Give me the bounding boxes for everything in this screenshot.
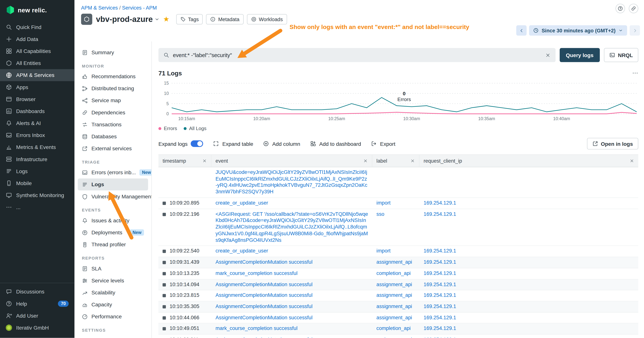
row-checkbox[interactable]	[162, 261, 166, 264]
row-checkbox[interactable]	[162, 202, 166, 205]
log-label-link[interactable]: sso	[376, 211, 384, 217]
log-label-link[interactable]: assignment_api	[376, 314, 412, 320]
export-button[interactable]: Export	[371, 141, 396, 147]
time-range-picker[interactable]: Since 30 minutes ago (GMT+2)	[529, 25, 627, 36]
subnav-item-capacity[interactable]: Capacity	[78, 298, 148, 310]
log-ip-link[interactable]: 169.254.129.1	[424, 281, 456, 287]
clear-query-icon[interactable]	[545, 52, 550, 58]
logs-timeline-chart[interactable]: 05101510:15am10:20am10:25am10:30am10:35a…	[158, 81, 638, 123]
log-event-link[interactable]: AssignmentCompletionMutation successful	[216, 314, 313, 320]
log-event-link[interactable]: mark_course_completion successful	[216, 326, 298, 331]
subnav-item-summary[interactable]: Summary	[78, 47, 148, 58]
log-event-link[interactable]: AssignmentCompletionMutation successful	[216, 292, 313, 298]
log-query-bar[interactable]	[158, 48, 555, 62]
sidebar-item-add-user[interactable]: Add User	[0, 310, 74, 322]
log-label-link[interactable]: completion_api	[376, 270, 411, 276]
log-label-link[interactable]: assignment_api	[376, 281, 412, 287]
subnav-item-scalability[interactable]: Scalability	[78, 286, 148, 298]
copy-permalink-button[interactable]	[629, 4, 638, 13]
log-row[interactable]: 10:09:20.895create_or_update_userimport1…	[158, 198, 638, 209]
sidebar-item-metrics-events[interactable]: Metrics & Events	[0, 141, 74, 153]
sidebar-item-help[interactable]: Help70	[0, 298, 74, 310]
log-row[interactable]: 10:09:22.540create_or_update_userimport1…	[158, 246, 638, 257]
log-label-link[interactable]: assignment_api	[376, 303, 412, 309]
remove-column-label-icon[interactable]	[410, 159, 415, 163]
sidebar-item-more[interactable]: ...	[0, 201, 74, 213]
log-row[interactable]: 10:10:35.305AssignmentCompletionMutation…	[158, 301, 638, 312]
column-header-request-client-ip[interactable]: request_client_ip	[420, 155, 638, 167]
sidebar-item-add-data[interactable]: Add Data	[0, 33, 74, 45]
row-checkbox[interactable]	[162, 327, 166, 331]
subnav-item-service-levels[interactable]: Service levels	[78, 274, 148, 286]
log-label-link[interactable]: assignment_api	[376, 337, 412, 338]
breadcrumb-apm-services[interactable]: APM & Services	[81, 5, 118, 11]
sidebar-item-mobile[interactable]: Mobile	[0, 177, 74, 189]
subnav-item-errors-errors-inb[interactable]: Errors (errors inb...New	[78, 166, 148, 178]
sidebar-item-errors-inbox[interactable]: Errors Inbox	[0, 129, 74, 141]
toggle-on[interactable]	[191, 140, 203, 147]
sidebar-item-logs[interactable]: Logs	[0, 165, 74, 177]
subnav-item-external-services[interactable]: External services	[78, 142, 148, 154]
log-ip-link[interactable]: 169.254.129.1	[424, 292, 456, 298]
log-ip-link[interactable]: 169.254.129.1	[424, 248, 456, 254]
remove-column-timestamp-icon[interactable]	[202, 159, 207, 163]
column-header-event[interactable]: event	[211, 155, 372, 167]
entity-switcher-chevron-icon[interactable]	[154, 17, 160, 22]
subnav-item-distributed-tracing[interactable]: Distributed tracing	[78, 82, 148, 94]
log-event-link[interactable]: JUQVU&code=eyJraWQiOiJjcGltY29yZV8wOTl1M…	[216, 169, 368, 195]
column-header-timestamp[interactable]: timestamp	[158, 155, 211, 167]
sidebar-item-all-entities[interactable]: All Entities	[0, 57, 74, 69]
subnav-item-sla[interactable]: SLA	[78, 263, 148, 274]
log-query-input[interactable]	[173, 52, 542, 58]
subnav-item-vulnerability-management[interactable]: Vulnerability Management	[78, 191, 148, 202]
column-header-label[interactable]: label	[372, 155, 420, 167]
log-row[interactable]: 10:10:49.051mark_course_completion succe…	[158, 323, 638, 335]
remove-column-request-client-ip-icon[interactable]	[630, 159, 634, 163]
add-column-button[interactable]: Add column	[263, 141, 300, 147]
row-checkbox[interactable]	[162, 305, 166, 308]
subnav-item-transactions[interactable]: Transactions	[78, 119, 148, 130]
add-to-dashboard-button[interactable]: Add to dashboard	[310, 141, 361, 147]
help-button[interactable]	[616, 4, 625, 13]
breadcrumb-services-apm[interactable]: Services - APM	[122, 5, 157, 11]
log-ip-link[interactable]: 169.254.129.1	[424, 303, 456, 309]
log-row[interactable]: 10:09:31.439AssignmentCompletionMutation…	[158, 257, 638, 268]
favorite-star-icon[interactable]: ★	[163, 16, 170, 23]
subnav-item-recommendations[interactable]: Recommendations	[78, 70, 148, 82]
row-checkbox[interactable]	[162, 316, 166, 320]
log-row[interactable]: 10:11:00.311AssignmentCompletionMutation…	[158, 335, 638, 338]
log-label-link[interactable]: import	[376, 200, 391, 206]
log-row[interactable]: JUQVU&code=eyJraWQiOiJjcGltY29yZV8wOTl1M…	[158, 167, 638, 198]
log-ip-link[interactable]: 169.254.129.1	[424, 270, 456, 276]
log-label-link[interactable]: completion_api	[376, 326, 411, 331]
remove-column-event-icon[interactable]	[363, 159, 368, 163]
log-ip-link[interactable]: 169.254.129.1	[424, 337, 456, 338]
log-row[interactable]: 10:10:14.094AssignmentCompletionMutation…	[158, 279, 638, 290]
subnav-item-performance[interactable]: Performance	[78, 310, 148, 322]
metadata-button[interactable]: Metadata	[206, 14, 244, 24]
log-row[interactable]: 10:10:23.815AssignmentCompletionMutation…	[158, 290, 638, 301]
sidebar-item-synthetic-monitoring[interactable]: Synthetic Monitoring	[0, 189, 74, 201]
log-ip-link[interactable]: 169.254.129.1	[424, 200, 456, 206]
sidebar-item-all-capabilities[interactable]: All Capabilities	[0, 45, 74, 57]
subnav-item-logs[interactable]: Logs	[78, 178, 148, 190]
sidebar-item-infrastructure[interactable]: Infrastructure	[0, 153, 74, 165]
time-back-button[interactable]	[516, 25, 526, 36]
log-row[interactable]: 10:09:22.196<ASGIRequest: GET '/sso/call…	[158, 209, 638, 246]
log-ip-link[interactable]: 169.254.129.1	[424, 211, 456, 217]
newrelic-logo[interactable]: new relic.	[0, 0, 74, 21]
subnav-item-deployments[interactable]: DeploymentsNew	[78, 226, 148, 238]
workloads-button[interactable]: Workloads	[247, 14, 287, 24]
log-event-link[interactable]: AssignmentCompletionMutation successful	[216, 259, 313, 265]
sidebar-item-apm-services[interactable]: APM & Services	[0, 69, 74, 81]
legend-errors[interactable]: Errors	[158, 125, 177, 131]
sidebar-item-discussions[interactable]: Discussions	[0, 286, 74, 297]
subnav-item-dependencies[interactable]: Dependencies	[78, 107, 148, 119]
row-checkbox[interactable]	[162, 272, 166, 275]
sidebar-item-quick-find[interactable]: Quick Find	[0, 21, 74, 33]
subnav-item-issues-activity[interactable]: Issues & activity	[78, 214, 148, 226]
row-checkbox[interactable]	[162, 250, 166, 253]
legend-all-logs[interactable]: All Logs	[184, 125, 206, 131]
log-event-link[interactable]: create_or_update_user	[216, 200, 268, 206]
row-checkbox[interactable]	[162, 213, 166, 216]
